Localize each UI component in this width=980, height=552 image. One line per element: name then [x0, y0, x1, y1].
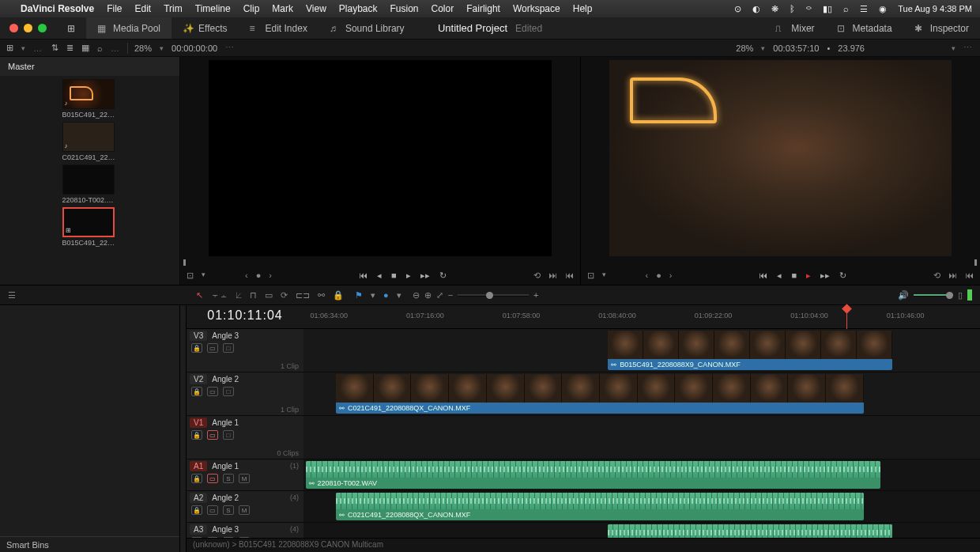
zoom-slider[interactable]	[458, 294, 529, 297]
lock-icon[interactable]: 🔒	[333, 290, 344, 301]
menu-help[interactable]: Help	[573, 3, 593, 14]
track-header[interactable]: V2Angle 2🔒▭□1 Clip	[187, 372, 303, 416]
ruler-tick: 01:09:22:00	[695, 312, 733, 319]
menu-file[interactable]: File	[107, 3, 122, 14]
menu-color[interactable]: Color	[432, 3, 454, 14]
fit-icon[interactable]: ⊡	[187, 270, 194, 281]
status-icon[interactable]: ⊙	[734, 4, 741, 14]
track-header[interactable]: V1Angle 1🔒▭□0 Clips	[187, 416, 303, 459]
timeline-timecode[interactable]: 01:10:11:04	[187, 305, 303, 328]
list-icon[interactable]: ≣	[66, 43, 74, 53]
meters-icon[interactable]	[967, 289, 972, 301]
menu-mark[interactable]: Mark	[272, 3, 293, 14]
thumb-icon[interactable]: ▦	[81, 43, 89, 53]
tab-effects[interactable]: ✨ Effects	[172, 17, 238, 39]
menu-view[interactable]: View	[306, 3, 326, 14]
tab-inspector[interactable]: ✱ Inspector	[903, 23, 980, 34]
marker-icon[interactable]: ●	[383, 290, 389, 300]
step-back-icon[interactable]: ◂	[777, 270, 782, 281]
fit-icon[interactable]: ⊡	[587, 270, 594, 281]
program-scrubber[interactable]	[584, 259, 978, 266]
timeline-clip[interactable]: ⚯220810-T002.WAV	[306, 461, 881, 489]
program-screen[interactable]	[609, 60, 952, 256]
prev-clip-icon[interactable]: ⏮	[759, 270, 767, 281]
media-thumbnail[interactable]: ⊞B015C491_220808...	[62, 207, 118, 248]
play-icon[interactable]: ▸	[806, 270, 811, 281]
source-screen[interactable]	[209, 60, 552, 256]
clock[interactable]: Tue Aug 9 4:38 PM	[898, 4, 972, 13]
tab-media-pool[interactable]: ▦ Media Pool	[86, 17, 172, 39]
step-fwd-icon[interactable]: ▸▸	[820, 270, 830, 281]
selection-tool-icon[interactable]: ↖	[196, 290, 203, 301]
blade-tool-icon[interactable]: ⟀	[236, 290, 242, 300]
volume-slider[interactable]	[914, 294, 953, 297]
menu-fusion[interactable]: Fusion	[390, 3, 419, 14]
menu-fairlight[interactable]: Fairlight	[466, 3, 500, 14]
app-name[interactable]: DaVinci Resolve	[21, 3, 94, 14]
status-icon[interactable]: ◐	[752, 4, 760, 14]
tab-edit-index[interactable]: ≡ Edit Index	[239, 17, 318, 39]
stop-icon[interactable]: ■	[791, 270, 797, 281]
siri-icon[interactable]: ◉	[879, 4, 887, 14]
match-frame-icon[interactable]: ⟲	[933, 270, 940, 281]
source-scrubber[interactable]	[183, 259, 577, 266]
loop-icon[interactable]: ↻	[439, 270, 447, 281]
search-icon[interactable]: ⌕	[97, 43, 103, 53]
step-fwd-icon[interactable]: ▸▸	[420, 270, 430, 281]
play-icon[interactable]: ▸	[406, 270, 411, 281]
step-back-icon[interactable]: ◂	[377, 270, 382, 281]
track-header[interactable]: V3Angle 3🔒▭□1 Clip	[187, 329, 303, 372]
wifi-icon[interactable]: ⌔	[806, 4, 812, 13]
match-frame-icon[interactable]: ⟲	[533, 270, 541, 281]
timeline-clip[interactable]: ⚯C021C491_2208088QX_CANON.MXF	[336, 374, 864, 414]
tab-sound-library[interactable]: ♬ Sound Library	[318, 17, 416, 39]
media-thumbnail[interactable]: ♪C021C491_220808...	[62, 122, 118, 163]
master-bin[interactable]: Master	[0, 57, 179, 76]
battery-icon[interactable]: ▮▯	[823, 4, 832, 14]
status-icon[interactable]: ❋	[771, 4, 778, 14]
timeline-clip[interactable]: ⚯C021C491_2208088QX_CANON.MXF	[336, 493, 864, 520]
loop-icon[interactable]: ↻	[839, 270, 846, 281]
timeline-view-icon[interactable]: ☰	[8, 290, 16, 301]
zoom-out-icon[interactable]: ⊖	[413, 290, 420, 301]
overwrite-icon[interactable]: ▭	[265, 290, 273, 301]
minimize-window[interactable]	[24, 24, 32, 32]
bin-view-icon[interactable]: ⊞	[6, 43, 13, 53]
insert-icon[interactable]: ⊓	[250, 290, 257, 301]
workspace-icon[interactable]: ⊞	[56, 17, 86, 39]
search-icon[interactable]: ⌕	[843, 4, 849, 13]
source-zoom[interactable]: 28%	[134, 43, 152, 53]
prev-clip-icon[interactable]: ⏮	[359, 270, 368, 281]
media-thumbnail[interactable]: ♪B015C491_220808...	[62, 79, 118, 120]
control-center-icon[interactable]: ☰	[860, 4, 868, 14]
smart-bins-header[interactable]: Smart Bins	[0, 536, 179, 552]
close-window[interactable]	[9, 24, 18, 32]
trim-tool-icon[interactable]: ⫟⫠	[211, 290, 228, 300]
volume-icon[interactable]: 🔊	[898, 290, 909, 301]
replace-icon[interactable]: ⟳	[281, 290, 288, 301]
timeline-clip[interactable]: ⚯B015C491_2208088X9_CANON.MXF	[608, 331, 892, 370]
dim-icon[interactable]: ▯	[958, 290, 963, 301]
tab-metadata[interactable]: ⊡ Metadata	[826, 23, 903, 34]
menu-workspace[interactable]: Workspace	[513, 3, 560, 14]
menu-trim[interactable]: Trim	[164, 3, 183, 14]
program-zoom[interactable]: 28%	[736, 43, 753, 53]
media-thumbnail[interactable]: 220810-T002.WAV	[62, 164, 118, 206]
track-header[interactable]: A2Angle 2(4)🔒▭SM	[187, 491, 303, 523]
maximize-window[interactable]	[38, 24, 47, 32]
bluetooth-icon[interactable]: ᛒ	[790, 4, 795, 13]
stop-icon[interactable]: ■	[391, 270, 397, 281]
track-header[interactable]: A1Angle 1(1)🔒▭SM	[187, 459, 303, 491]
zoom-fit-icon[interactable]: ⤢	[436, 290, 443, 301]
zoom-in-icon[interactable]: ⊕	[424, 290, 432, 301]
flag-icon[interactable]: ⚑	[355, 290, 363, 301]
menu-playback[interactable]: Playback	[339, 3, 378, 14]
menu-timeline[interactable]: Timeline	[195, 3, 231, 14]
menu-clip[interactable]: Clip	[243, 3, 260, 14]
link-icon[interactable]: ⚯	[318, 290, 325, 301]
menu-edit[interactable]: Edit	[135, 3, 152, 14]
tab-mixer[interactable]: ⎍ Mixer	[764, 23, 825, 34]
fit-to-fill-icon[interactable]: ⊏⊐	[296, 290, 310, 301]
timeline-ruler[interactable]: 01:06:34:0001:07:16:0001:07:58:0001:08:4…	[303, 305, 980, 328]
sort-icon[interactable]: ⇅	[51, 43, 58, 53]
